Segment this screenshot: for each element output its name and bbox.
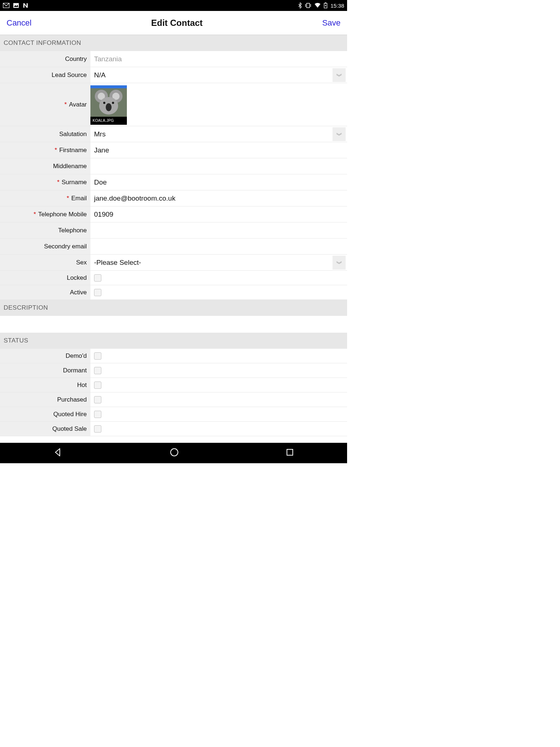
- lead-source-value: N/A: [94, 71, 106, 79]
- salutation-value: Mrs: [94, 130, 106, 138]
- label-surname: Surname: [62, 179, 87, 186]
- page-title: Edit Contact: [151, 18, 203, 28]
- vibrate-icon: [305, 3, 311, 8]
- wifi-icon: [314, 3, 321, 8]
- locked-checkbox[interactable]: [94, 274, 101, 282]
- quoted-hire-checkbox[interactable]: [94, 411, 101, 418]
- country-input[interactable]: Tanzania: [90, 51, 347, 67]
- svg-point-15: [112, 102, 114, 104]
- svg-rect-1: [13, 3, 19, 8]
- active-checkbox[interactable]: [94, 289, 101, 296]
- required-marker: *: [57, 179, 59, 186]
- hot-checkbox[interactable]: [94, 382, 101, 389]
- sex-select[interactable]: -Please Select-: [90, 255, 347, 270]
- battery-charging-icon: [324, 3, 327, 8]
- save-button[interactable]: Save: [322, 18, 341, 28]
- svg-point-13: [106, 103, 112, 111]
- email-input[interactable]: jane.doe@bootroom.co.uk: [90, 190, 347, 206]
- purchased-checkbox[interactable]: [94, 396, 101, 403]
- label-quoted-hire: Quoted Hire: [53, 411, 87, 418]
- firstname-input[interactable]: Jane: [90, 142, 347, 158]
- back-button[interactable]: [53, 448, 63, 458]
- surname-input[interactable]: Doe: [90, 174, 347, 190]
- sex-value: -Please Select-: [94, 259, 141, 267]
- telephone-mobile-input[interactable]: 01909: [90, 206, 347, 222]
- lead-source-select[interactable]: N/A: [90, 67, 347, 83]
- gmail-icon: [3, 3, 9, 8]
- photos-icon: [13, 3, 19, 8]
- form-scroll-area[interactable]: CONTACT INFORMATION Country Tanzania Lea…: [0, 35, 347, 443]
- chevron-down-icon[interactable]: [332, 68, 346, 82]
- required-marker: *: [55, 147, 57, 154]
- label-locked: Locked: [67, 274, 87, 282]
- label-salutation: Salutation: [59, 131, 87, 138]
- label-demod: Demo'd: [66, 352, 87, 360]
- label-active: Active: [70, 289, 87, 296]
- label-purchased: Purchased: [57, 396, 87, 403]
- label-quoted-sale: Quoted Sale: [52, 425, 87, 433]
- svg-rect-17: [287, 449, 293, 455]
- dormant-checkbox[interactable]: [94, 367, 101, 374]
- home-button[interactable]: [170, 448, 179, 458]
- label-avatar: Avatar: [69, 101, 87, 108]
- chevron-down-icon[interactable]: [332, 256, 346, 270]
- label-dormant: Dormant: [63, 367, 87, 374]
- label-hot: Hot: [77, 382, 87, 389]
- section-description: DESCRIPTION: [0, 300, 347, 316]
- status-time: 15:38: [330, 3, 344, 9]
- label-lead-source: Lead Source: [52, 71, 87, 79]
- svg-point-16: [171, 449, 178, 456]
- secondary-email-input[interactable]: [90, 239, 347, 254]
- cancel-button[interactable]: Cancel: [7, 18, 31, 28]
- label-middlename: Middlename: [53, 163, 87, 170]
- salutation-select[interactable]: Mrs: [90, 126, 347, 142]
- svg-rect-2: [307, 3, 310, 8]
- svg-rect-6: [325, 3, 326, 3]
- label-telephone: Telephone: [58, 227, 87, 234]
- android-nav-bar: [0, 443, 347, 463]
- avatar-attachment[interactable]: KOALA.JPG: [90, 85, 127, 125]
- section-contact-info: CONTACT INFORMATION: [0, 35, 347, 51]
- telephone-input[interactable]: [90, 222, 347, 238]
- avatar-image: [90, 88, 127, 117]
- recents-button[interactable]: [286, 448, 294, 458]
- label-email: Email: [71, 195, 87, 202]
- section-status: STATUS: [0, 333, 347, 349]
- svg-point-14: [103, 102, 105, 104]
- required-marker: *: [65, 101, 67, 108]
- demod-checkbox[interactable]: [94, 352, 101, 360]
- chevron-down-icon[interactable]: [332, 127, 346, 141]
- avatar-filename: KOALA.JPG: [90, 117, 127, 125]
- label-secondary-email: Secondry email: [44, 243, 87, 250]
- required-marker: *: [67, 195, 69, 202]
- label-sex: Sex: [76, 259, 87, 266]
- app-header: Cancel Edit Contact Save: [0, 11, 347, 35]
- android-status-bar: 15:38: [0, 0, 347, 11]
- label-country: Country: [65, 55, 87, 63]
- label-firstname: Firstname: [59, 147, 87, 154]
- bluetooth-icon: [298, 3, 302, 8]
- middlename-input[interactable]: [90, 158, 347, 174]
- required-marker: *: [34, 211, 36, 218]
- quoted-sale-checkbox[interactable]: [94, 425, 101, 433]
- description-input[interactable]: [0, 316, 347, 333]
- n-app-icon: [23, 3, 28, 8]
- label-telephone-mobile: Telephone Mobile: [38, 211, 87, 218]
